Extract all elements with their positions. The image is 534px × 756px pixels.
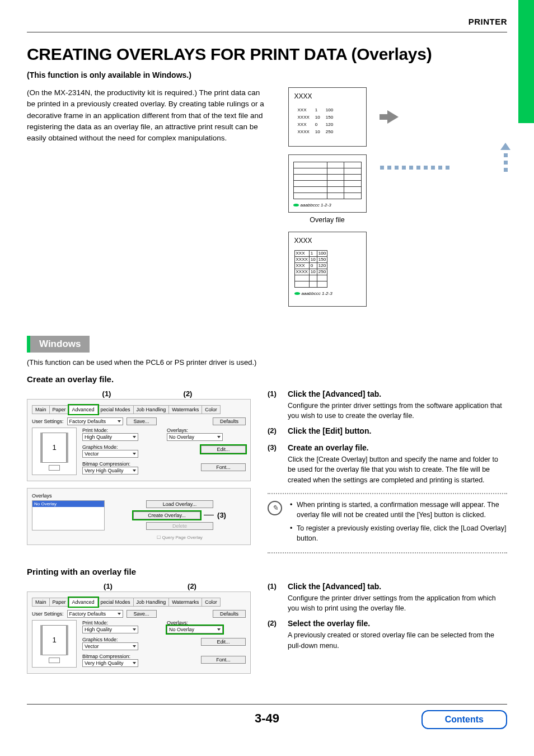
tab-paper[interactable]: Paper [49,598,69,607]
delete-overlay-button[interactable]: Delete [146,522,213,530]
overlays-list[interactable]: No Overlay [32,500,105,530]
tab-job-handling[interactable]: Job Handling [133,405,170,414]
orientation-icon [49,465,60,471]
rule-bottom [27,704,507,705]
chevron-down-icon [133,453,136,455]
save-button[interactable]: Save... [127,417,157,425]
tab-color[interactable]: Color [202,598,221,607]
font-button[interactable]: Font... [201,463,246,471]
chevron-down-icon [133,662,136,664]
arrow-right-icon [387,87,399,147]
chevron-down-icon [118,613,121,615]
chevron-down-icon [217,628,221,631]
tab-special-modes[interactable]: pecial Modes [97,405,134,414]
printer-dialog-b: Main Paper Advanced pecial Modes Job Han… [27,591,251,674]
create-steps-list: (1) Click the [Advanced] tab. Configure … [268,389,507,485]
info-note-box: ✎ When printing is started, a confirmati… [268,493,507,554]
diagram-source-doc: XXXX XXX1100 XXXX10150 XXX0120 XXXX10250 [288,87,367,147]
step-title: Select the overlay file. [288,619,507,628]
defaults-button[interactable]: Defaults [213,610,246,618]
page-subtitle: (This function is only available in Wind… [27,71,507,79]
overlays-dropdown[interactable]: No Overlay [167,626,223,633]
orientation-icon [49,658,60,663]
chevron-down-icon [133,436,136,438]
callout-2: (2) [184,389,193,398]
print-mode-dropdown[interactable]: High Quality [82,626,138,633]
tab-watermarks[interactable]: Watermarks [168,598,202,607]
overlay-diagram: XXXX XXX1100 XXXX10150 XXX0120 XXXX10250… [279,87,507,307]
tab-color[interactable]: Color [202,405,221,414]
graphics-mode-dropdown[interactable]: Vector [82,642,138,650]
tab-watermarks[interactable]: Watermarks [168,405,202,414]
edit-button[interactable]: Edit... [201,638,246,646]
tab-paper[interactable]: Paper [49,405,69,414]
chevron-down-icon [118,420,121,422]
query-page-overlay-checkbox[interactable]: ☐ Query Page Overlay [157,535,203,540]
printer-dialog: Main Paper Advanced pecial Modes Job Han… [27,399,251,481]
callout-b1: (1) [104,582,113,590]
diagram-result-doc: XXXX XXX1100 XXXX10150 XXX0120 XXXX10250… [288,232,367,307]
save-button[interactable]: Save... [127,610,157,618]
bitmap-compression-dropdown[interactable]: Very High Quality [82,467,138,475]
user-settings-dropdown[interactable]: Factory Defaults [67,417,123,425]
overlay-file-caption: Overlay file [310,216,345,224]
font-button[interactable]: Font... [201,656,246,664]
load-overlay-button[interactable]: Load Overlay... [146,500,213,508]
defaults-button[interactable]: Defaults [213,417,246,425]
step-title: Click the [Advanced] tab. [288,582,507,591]
printing-overlay-heading: Printing with an overlay file [27,567,507,576]
callout-3: (3) [217,511,226,519]
callout-b2: (2) [188,582,196,590]
rule-top [27,32,507,32]
dotted-connector-horizontal [380,166,449,170]
page-accent-bar [518,0,534,123]
chevron-down-icon [133,645,136,647]
page-title: CREATING OVERLAYS FOR PRINT DATA (Overla… [27,45,507,64]
paper-preview: 1 [32,428,77,475]
tab-main[interactable]: Main [32,598,50,607]
dialog-tabs: Main Paper Advanced pecial Modes Job Han… [32,405,246,414]
overlays-dropdown[interactable]: No Overlay [167,433,223,441]
chevron-down-icon [217,436,221,438]
step-title: Create an overlay file. [288,443,507,452]
note-icon: ✎ [268,501,282,515]
chevron-down-icon [133,628,136,631]
windows-section-tag: Windows [27,336,90,353]
create-overlay-heading: Create an overlay file. [27,374,507,384]
edit-button[interactable]: Edit... [201,445,246,453]
tab-job-handling[interactable]: Job Handling [133,598,170,607]
intro-paragraph: (On the MX-2314N, the productivity kit i… [27,87,268,144]
user-settings-dropdown[interactable]: Factory Defaults [67,610,123,618]
overlays-sub-dialog: Overlays No Overlay Load Overlay... Crea… [27,488,251,545]
windows-note: (This function can be used when the PCL6… [27,358,507,367]
print-steps-list: (1) Click the [Advanced] tab. Configure … [268,582,507,651]
tab-advanced[interactable]: Advanced [69,598,98,607]
bitmap-compression-dropdown[interactable]: Very High Quality [82,659,138,667]
user-settings-label: User Settings: [32,419,64,424]
diagram-overlay-file: aaabbccc 1-2-3 [288,154,367,213]
contents-button[interactable]: Contents [421,710,507,729]
tab-advanced[interactable]: Advanced [69,405,98,414]
step-title: Click the [Advanced] tab. [288,389,507,398]
section-header: PRINTER [27,17,507,26]
graphics-mode-dropdown[interactable]: Vector [82,450,138,458]
step-title: Click the [Edit] button. [288,426,507,435]
tab-main[interactable]: Main [32,405,50,414]
create-overlay-button[interactable]: Create Overlay... [133,511,200,519]
callout-1: (1) [102,389,111,398]
dotted-connector-vertical [500,139,510,172]
chevron-down-icon [133,469,136,472]
tab-special-modes[interactable]: pecial Modes [97,598,134,607]
paper-preview: 1 [32,620,77,668]
print-mode-dropdown[interactable]: High Quality [82,433,138,441]
